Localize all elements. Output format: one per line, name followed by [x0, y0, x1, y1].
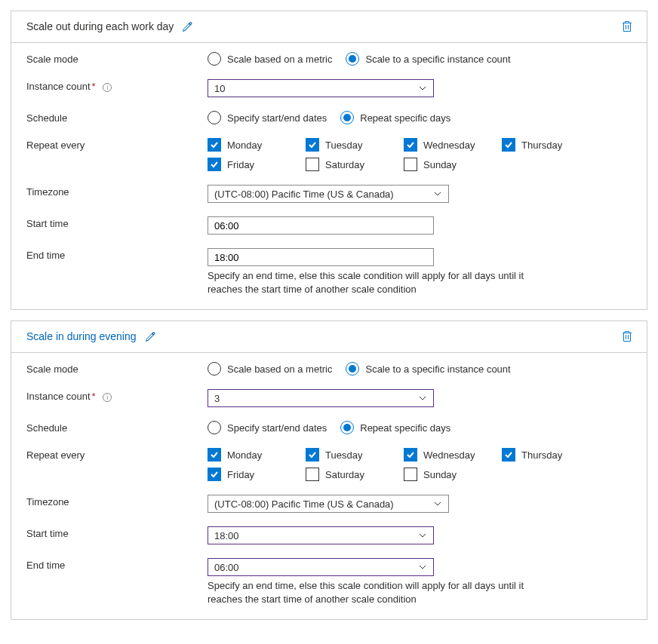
- end-time-select[interactable]: 06:00: [208, 558, 434, 576]
- day-sunday-checkbox[interactable]: Sunday: [404, 158, 502, 171]
- card-title: Scale in during evening: [26, 330, 137, 342]
- edit-title-icon[interactable]: [143, 330, 157, 344]
- checkbox-icon: [208, 138, 221, 152]
- chevron-down-icon: [418, 84, 427, 93]
- check-label: Tuesday: [325, 140, 362, 151]
- radio-icon: [346, 52, 359, 66]
- checkbox-icon: [306, 448, 319, 462]
- select-value: 06:00: [214, 562, 239, 573]
- scale-condition-card: Scale in during evening Scale mode Scale…: [11, 320, 647, 620]
- checkbox-icon: [404, 138, 417, 152]
- select-value: 18:00: [214, 530, 239, 541]
- scale-mode-fixed-radio[interactable]: Scale to a specific instance count: [346, 52, 510, 66]
- scale-mode-metric-radio[interactable]: Scale based on a metric: [208, 362, 332, 376]
- scale-mode-radio-group: Scale based on a metric Scale to a speci…: [208, 52, 632, 66]
- delete-icon[interactable]: [620, 329, 635, 344]
- radio-label: Scale to a specific instance count: [365, 54, 510, 65]
- radio-icon: [208, 421, 221, 434]
- day-saturday-checkbox[interactable]: Saturday: [306, 158, 404, 171]
- days-grid: Monday Tuesday Wednesday Thursday Friday…: [208, 448, 632, 481]
- schedule-dates-radio[interactable]: Specify start/end dates: [208, 111, 327, 124]
- chevron-down-icon: [418, 563, 427, 572]
- schedule-radio-group: Specify start/end dates Repeat specific …: [208, 111, 632, 124]
- checkbox-icon: [306, 138, 319, 152]
- checkbox-icon: [404, 158, 417, 171]
- checkbox-icon: [306, 468, 319, 481]
- day-monday-checkbox[interactable]: Monday: [208, 448, 306, 462]
- radio-icon: [208, 362, 221, 376]
- card-body: Scale mode Scale based on a metric Scale…: [11, 353, 647, 619]
- end-time-helper-text: Specify an end time, else this scale con…: [208, 269, 540, 296]
- timezone-label: Timezone: [26, 495, 208, 508]
- label-text: Instance count: [26, 391, 91, 402]
- radio-icon: [346, 362, 359, 376]
- radio-label: Scale based on a metric: [227, 363, 332, 375]
- check-label: Monday: [227, 449, 262, 461]
- radio-icon: [208, 111, 221, 124]
- radio-label: Scale to a specific instance count: [365, 363, 510, 375]
- edit-title-icon[interactable]: [180, 20, 194, 34]
- radio-label: Repeat specific days: [360, 422, 450, 434]
- scale-mode-label: Scale mode: [26, 362, 208, 375]
- schedule-label: Schedule: [26, 421, 208, 434]
- scale-mode-radio-group: Scale based on a metric Scale to a speci…: [208, 362, 632, 376]
- check-label: Monday: [227, 140, 262, 151]
- scale-condition-card: Scale out during each work day Scale mod…: [11, 11, 647, 310]
- day-wednesday-checkbox[interactable]: Wednesday: [404, 138, 502, 152]
- info-icon[interactable]: i: [103, 393, 112, 402]
- card-header: Scale out during each work day: [11, 11, 647, 43]
- scale-mode-fixed-radio[interactable]: Scale to a specific instance count: [346, 362, 510, 376]
- day-friday-checkbox[interactable]: Friday: [208, 468, 306, 481]
- instance-count-label: Instance count* i: [26, 389, 208, 402]
- timezone-select[interactable]: (UTC-08:00) Pacific Time (US & Canada): [208, 185, 449, 203]
- repeat-every-label: Repeat every: [26, 448, 208, 461]
- select-value: 3: [214, 393, 220, 404]
- checkbox-icon: [306, 158, 319, 171]
- check-label: Tuesday: [325, 449, 362, 461]
- timezone-label: Timezone: [26, 185, 208, 198]
- start-time-input[interactable]: [208, 216, 434, 235]
- day-wednesday-checkbox[interactable]: Wednesday: [404, 448, 502, 462]
- check-label: Saturday: [325, 469, 364, 480]
- end-time-input[interactable]: [208, 248, 434, 266]
- day-saturday-checkbox[interactable]: Saturday: [306, 468, 404, 481]
- start-time-select[interactable]: 18:00: [208, 526, 434, 544]
- schedule-repeat-radio[interactable]: Repeat specific days: [340, 111, 450, 124]
- day-friday-checkbox[interactable]: Friday: [208, 158, 306, 171]
- days-grid: Monday Tuesday Wednesday Thursday Friday…: [208, 138, 632, 171]
- check-label: Wednesday: [423, 449, 475, 461]
- checkbox-icon: [208, 468, 221, 481]
- info-icon[interactable]: i: [103, 83, 112, 92]
- check-label: Friday: [227, 469, 254, 480]
- radio-icon: [340, 111, 354, 124]
- check-label: Sunday: [423, 159, 457, 170]
- card-title: Scale out during each work day: [26, 20, 174, 32]
- delete-icon[interactable]: [620, 19, 635, 34]
- chevron-down-icon: [418, 531, 427, 540]
- radio-label: Scale based on a metric: [227, 54, 332, 65]
- schedule-repeat-radio[interactable]: Repeat specific days: [340, 421, 450, 434]
- instance-count-select[interactable]: 3: [208, 389, 434, 407]
- checkbox-icon: [404, 448, 417, 462]
- checkbox-icon: [208, 448, 221, 462]
- required-star: *: [92, 391, 96, 402]
- day-tuesday-checkbox[interactable]: Tuesday: [306, 448, 404, 462]
- day-thursday-checkbox[interactable]: Thursday: [502, 448, 600, 462]
- day-thursday-checkbox[interactable]: Thursday: [502, 138, 600, 152]
- end-time-label: End time: [26, 558, 208, 571]
- scale-mode-metric-radio[interactable]: Scale based on a metric: [208, 52, 332, 66]
- day-sunday-checkbox[interactable]: Sunday: [404, 468, 502, 481]
- instance-count-select[interactable]: 10: [208, 79, 434, 97]
- radio-icon: [208, 52, 221, 66]
- card-body: Scale mode Scale based on a metric Scale…: [11, 43, 647, 309]
- schedule-dates-radio[interactable]: Specify start/end dates: [208, 421, 327, 434]
- end-time-label: End time: [26, 248, 208, 261]
- day-tuesday-checkbox[interactable]: Tuesday: [306, 138, 404, 152]
- check-label: Friday: [227, 159, 254, 170]
- timezone-select[interactable]: (UTC-08:00) Pacific Time (US & Canada): [208, 495, 449, 513]
- scale-mode-label: Scale mode: [26, 52, 208, 65]
- day-monday-checkbox[interactable]: Monday: [208, 138, 306, 152]
- required-star: *: [92, 81, 96, 92]
- select-value: (UTC-08:00) Pacific Time (US & Canada): [214, 498, 394, 510]
- checkbox-icon: [404, 468, 417, 481]
